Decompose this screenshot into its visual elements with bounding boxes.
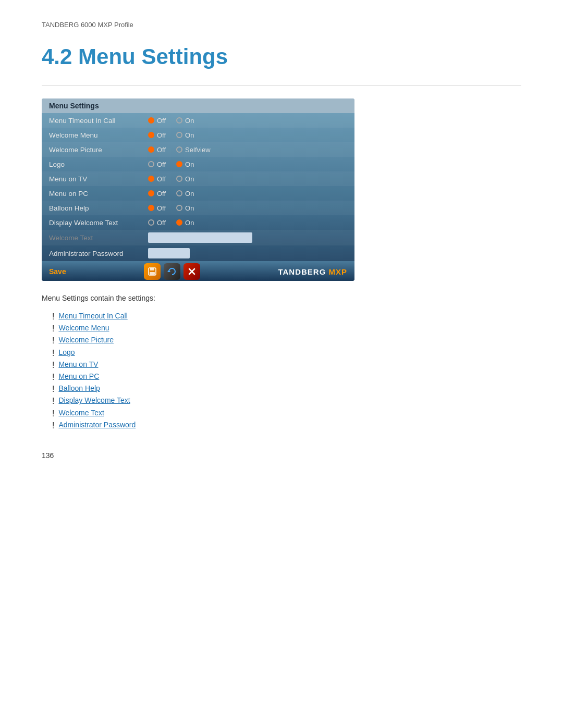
row-label: Menu Timeout In Call — [49, 117, 148, 125]
save-icon[interactable] — [144, 263, 161, 280]
menu-row: Menu on TVOffOn — [42, 171, 354, 186]
radio-option[interactable]: On — [176, 117, 194, 125]
radio-selected — [148, 205, 154, 211]
doc-header: TANDBERG 6000 MXP Profile — [42, 21, 521, 29]
settings-link[interactable]: Balloon Help — [58, 384, 100, 392]
radio-label: On — [185, 131, 194, 139]
settings-link[interactable]: Logo — [58, 348, 75, 356]
radio-unselected — [148, 219, 154, 226]
bullet-icon: ! — [52, 372, 54, 382]
row-label: Welcome Menu — [49, 131, 148, 139]
radio-unselected — [176, 205, 182, 211]
page-number: 136 — [42, 451, 521, 460]
list-item: !Balloon Help — [52, 384, 521, 394]
radio-label: Selfview — [185, 146, 210, 154]
list-item: !Menu on TV — [52, 360, 521, 370]
radio-label: On — [185, 204, 194, 212]
settings-link[interactable]: Display Welcome Text — [58, 396, 130, 404]
radio-option[interactable]: Selfview — [176, 146, 210, 154]
refresh-icon[interactable] — [164, 263, 180, 280]
radio-option[interactable]: Off — [148, 117, 166, 125]
save-label[interactable]: Save — [49, 267, 66, 276]
radio-unselected — [176, 117, 182, 124]
row-label: Logo — [49, 161, 148, 168]
list-item: !Administrator Password — [52, 421, 521, 430]
close-icon[interactable] — [183, 263, 200, 280]
settings-link[interactable]: Administrator Password — [58, 421, 136, 429]
menu-row: Welcome Text — [42, 230, 354, 245]
radio-label: Off — [157, 117, 166, 125]
list-item: !Display Welcome Text — [52, 396, 521, 406]
menu-row: Menu Timeout In CallOffOn — [42, 113, 354, 128]
radio-group: OffOn — [148, 117, 194, 125]
row-label: Menu on PC — [49, 190, 148, 198]
radio-option[interactable]: On — [176, 219, 194, 227]
bullet-icon: ! — [52, 324, 54, 334]
radio-group: OffOn — [148, 219, 194, 227]
bullet-icon: ! — [52, 409, 54, 418]
menu-row: Display Welcome TextOffOn — [42, 215, 354, 230]
radio-group: OffSelfview — [148, 146, 211, 154]
radio-option[interactable]: On — [176, 190, 194, 198]
list-item: !Menu Timeout In Call — [52, 312, 521, 322]
menu-row: Welcome MenuOffOn — [42, 128, 354, 142]
tandberg-logo: TANDBERG MXP — [278, 267, 347, 276]
bullet-icon: ! — [52, 396, 54, 406]
radio-option[interactable]: Off — [148, 175, 166, 183]
radio-selected — [148, 176, 154, 182]
welcome-text-input[interactable] — [148, 232, 252, 243]
row-label: Balloon Help — [49, 204, 148, 212]
settings-link[interactable]: Menu on PC — [58, 372, 99, 380]
bullet-icon: ! — [52, 312, 54, 322]
radio-option[interactable]: Off — [148, 131, 166, 139]
radio-option[interactable]: Off — [148, 146, 166, 154]
row-label: Menu on TV — [49, 175, 148, 183]
menu-settings-panel: Menu Settings Menu Timeout In CallOffOnW… — [42, 98, 354, 281]
settings-link[interactable]: Menu Timeout In Call — [58, 312, 127, 320]
svg-marker-3 — [167, 270, 170, 272]
radio-selected — [148, 117, 154, 124]
list-item: !Welcome Text — [52, 409, 521, 418]
radio-unselected — [176, 190, 182, 196]
panel-footer: Save T — [42, 261, 354, 281]
list-item: !Logo — [52, 348, 521, 358]
password-input[interactable] — [148, 248, 190, 258]
radio-option[interactable]: On — [176, 161, 194, 168]
menu-row: Menu on PCOffOn — [42, 186, 354, 201]
radio-label: Off — [157, 161, 166, 168]
radio-group: OffOn — [148, 131, 194, 139]
radio-selected — [176, 219, 182, 226]
row-label: Display Welcome Text — [49, 219, 148, 227]
settings-link[interactable]: Welcome Menu — [58, 324, 109, 332]
menu-row: Administrator Password — [42, 245, 354, 261]
radio-group: OffOn — [148, 190, 194, 198]
radio-group: OffOn — [148, 161, 194, 168]
radio-option[interactable]: On — [176, 175, 194, 183]
row-label: Administrator Password — [49, 250, 148, 257]
panel-body: Menu Timeout In CallOffOnWelcome MenuOff… — [42, 113, 354, 261]
radio-option[interactable]: Off — [148, 204, 166, 212]
radio-label: Off — [157, 175, 166, 183]
description-text: Menu Settings contain the settings: — [42, 294, 521, 302]
radio-label: On — [185, 190, 194, 198]
radio-option[interactable]: On — [176, 131, 194, 139]
settings-link[interactable]: Menu on TV — [58, 360, 98, 368]
radio-option[interactable]: Off — [148, 219, 166, 227]
menu-row: Balloon HelpOffOn — [42, 201, 354, 215]
settings-list: !Menu Timeout In Call!Welcome Menu!Welco… — [52, 312, 521, 430]
radio-option[interactable]: Off — [148, 161, 166, 168]
radio-selected — [148, 132, 154, 138]
radio-option[interactable]: Off — [148, 190, 166, 198]
section-divider — [42, 85, 521, 85]
row-label: Welcome Text — [49, 234, 148, 242]
radio-option[interactable]: On — [176, 204, 194, 212]
radio-unselected — [176, 176, 182, 182]
settings-link[interactable]: Welcome Picture — [58, 336, 114, 344]
panel-header: Menu Settings — [42, 98, 354, 113]
radio-label: Off — [157, 204, 166, 212]
menu-row: LogoOffOn — [42, 157, 354, 171]
settings-link[interactable]: Welcome Text — [58, 409, 104, 417]
radio-unselected — [176, 132, 182, 138]
radio-label: On — [185, 117, 194, 125]
radio-group: OffOn — [148, 204, 194, 212]
